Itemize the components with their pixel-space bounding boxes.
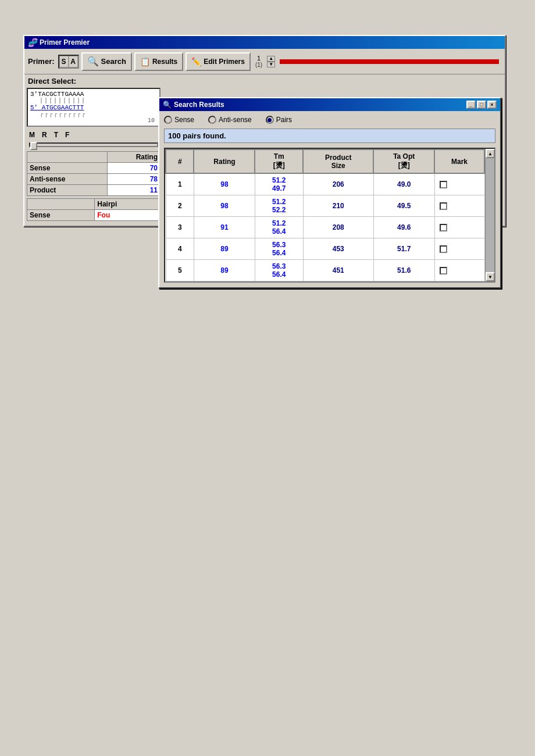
table-row: 5 89 56.356.4 451 51.6 (166, 260, 484, 281)
row2-rating: 98 (194, 195, 255, 217)
col-tm: Tm[燙] (255, 149, 303, 173)
row1-ta: 49.0 (373, 173, 434, 195)
results-button[interactable]: 📋 Results (134, 52, 183, 71)
progress-bar (280, 59, 499, 64)
edit-primers-button[interactable]: ✏️ Edit Primers (186, 52, 251, 71)
sense-hairpin-label: Sense (27, 210, 95, 221)
row5-rating: 89 (194, 260, 255, 281)
sr-title-left: 🔍 Search Results (163, 101, 224, 109)
maximize-button[interactable]: □ (477, 101, 486, 109)
row2-product: 210 (303, 195, 373, 217)
row4-tm: 56.356.4 (255, 238, 303, 260)
slider-container (27, 141, 160, 149)
counter-value: 1 (257, 55, 261, 62)
close-button[interactable]: × (487, 101, 497, 109)
left-panel: Direct Select: 3'TACGCTTGAAAA ||||||||||… (27, 77, 160, 223)
window-controls: _ □ × (466, 101, 497, 109)
table-row: 4 89 56.356.4 453 51.7 (166, 238, 484, 260)
results-label: Results (152, 58, 177, 66)
stats-product-row: Product 11 (27, 185, 160, 196)
row4-num: 4 (166, 238, 194, 260)
seq-num: 10 (30, 117, 157, 124)
row1-product: 206 (303, 173, 373, 195)
scroll-down-button[interactable]: ▼ (486, 272, 495, 281)
seq-5prime-ticks: ┌┌┌┌┌┌┌┌┌┌ (30, 111, 157, 117)
mrft-bar: M R T F (27, 129, 160, 141)
search-label: Search (101, 57, 126, 66)
radio-antisense-label: Anti-sense (219, 116, 252, 124)
seq-3prime: 3'TACGCTTGAAAA (30, 91, 157, 98)
radio-sense-label: Sense (174, 116, 194, 124)
row4-rating: 89 (194, 238, 255, 260)
seq-ticks: |||||||||| (30, 98, 157, 104)
radio-antisense[interactable]: Anti-sense (208, 116, 252, 124)
row2-checkbox[interactable] (440, 202, 447, 210)
row5-num: 5 (166, 260, 194, 281)
results-header-row: # Rating Tm[燙] ProductSize Ta Opt[燙] Mar… (166, 149, 484, 173)
toolbar: Primer: S A 🔍 Search 📋 Results ✏️ Edit P… (24, 49, 505, 74)
stats-sense-label: Sense (27, 163, 108, 174)
col-num: # (166, 149, 194, 173)
sr-title: Search Results (174, 101, 224, 109)
mrft-f[interactable]: F (65, 131, 69, 139)
radio-group: Sense Anti-sense Pairs (164, 116, 495, 124)
row3-checkbox[interactable] (440, 224, 447, 231)
stats-product-value: 11 (108, 185, 160, 196)
hairpin-table: Hairpi Sense Fou (27, 198, 160, 221)
scroll-up-button[interactable]: ▲ (486, 149, 495, 158)
search-button[interactable]: 🔍 Search (81, 52, 132, 71)
scroll-track[interactable] (486, 158, 494, 272)
primer-label: Primer: (28, 57, 55, 66)
spin-down[interactable]: ▼ (267, 62, 275, 67)
counter-box: 1 (1) (255, 55, 262, 68)
row3-num: 3 (166, 217, 194, 238)
spin-up[interactable]: ▲ (267, 56, 275, 62)
col-mark: Mark (434, 149, 484, 173)
stats-empty-header (27, 152, 108, 163)
slider-track[interactable] (29, 142, 158, 147)
col-rating: Rating (194, 149, 255, 173)
main-window: 🧬 Primer Premier Primer: S A 🔍 Search 📋 … (23, 35, 506, 227)
radio-sense[interactable]: Sense (164, 116, 194, 124)
row2-num: 2 (166, 195, 194, 217)
sa-a-cell: A (69, 56, 78, 67)
edit-icon: ✏️ (191, 57, 201, 66)
hairpin-empty (27, 199, 95, 210)
radio-antisense-circle[interactable] (208, 116, 216, 124)
stats-rating-header: Rating (108, 152, 160, 163)
row4-mark (434, 238, 484, 260)
mrft-r[interactable]: R (42, 131, 47, 139)
search-icon: 🔍 (87, 56, 99, 67)
sense-hairpin-value: Fou (95, 210, 160, 221)
radio-pairs[interactable]: Pairs (266, 116, 292, 124)
sense-hairpin-row: Sense Fou (27, 210, 160, 221)
results-table: # Rating Tm[燙] ProductSize Ta Opt[燙] Mar… (165, 149, 485, 281)
radio-pairs-circle[interactable] (266, 116, 274, 124)
stats-sense-value: 70 (108, 163, 160, 174)
row4-product: 453 (303, 238, 373, 260)
row3-mark (434, 217, 484, 238)
title-bar: 🧬 Primer Premier (24, 36, 505, 49)
spin-control: ▲ ▼ (267, 56, 275, 67)
table-row: 1 98 51.249.7 206 49.0 (166, 173, 484, 195)
row4-checkbox[interactable] (440, 245, 447, 253)
row1-checkbox[interactable] (440, 181, 447, 188)
row2-tm: 51.252.2 (255, 195, 303, 217)
stats-antisense-label: Anti-sense (27, 174, 108, 185)
row1-mark (434, 173, 484, 195)
minimize-button[interactable]: _ (466, 101, 476, 109)
row1-rating: 98 (194, 173, 255, 195)
sa-s-cell: S (59, 56, 69, 67)
table-row: 2 98 51.252.2 210 49.5 (166, 195, 484, 217)
stats-table: Rating Sense 70 Anti-sense 78 Product 11 (27, 151, 160, 196)
radio-sense-circle[interactable] (164, 116, 172, 124)
row5-checkbox[interactable] (440, 267, 447, 274)
stats-product-label: Product (27, 185, 108, 196)
row1-num: 1 (166, 173, 194, 195)
row5-tm: 56.356.4 (255, 260, 303, 281)
results-icon: 📋 (140, 57, 150, 66)
mrft-t[interactable]: T (54, 131, 58, 139)
slider-thumb[interactable] (30, 142, 37, 150)
col-product: ProductSize (303, 149, 373, 173)
mrft-m[interactable]: M (29, 131, 35, 139)
